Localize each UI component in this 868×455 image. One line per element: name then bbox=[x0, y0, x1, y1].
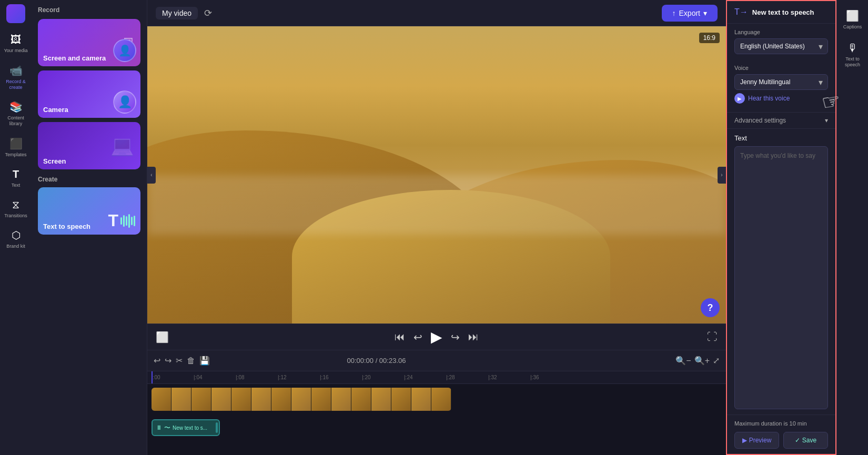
film-frame bbox=[191, 388, 211, 411]
pause-icon: ⏸ bbox=[156, 424, 162, 431]
ruler-mark-12: |:12 bbox=[278, 375, 320, 380]
ruler-mark-32: |:32 bbox=[488, 375, 530, 380]
hear-voice-button[interactable]: ▶ Hear this voice bbox=[734, 90, 790, 107]
film-frame bbox=[431, 388, 451, 411]
tts-panel-title: New text to speech bbox=[752, 8, 814, 16]
undo-button[interactable]: ↩ bbox=[154, 356, 160, 366]
ruler-mark-28: |:28 bbox=[446, 375, 488, 380]
save-tts-label: Save bbox=[802, 437, 816, 444]
sidebar-item-content-library[interactable]: 📚 Content library bbox=[2, 96, 30, 131]
film-frame bbox=[231, 388, 251, 411]
play-button[interactable]: ▶ bbox=[431, 328, 442, 346]
text-section: Text bbox=[727, 129, 835, 414]
screen-icon: 💻 bbox=[110, 135, 134, 157]
voice-select[interactable]: Jenny Multilingual bbox=[734, 74, 828, 90]
resize-handle[interactable] bbox=[216, 422, 218, 433]
redo-button[interactable]: ↪ bbox=[165, 356, 171, 366]
collapse-right-button[interactable]: › bbox=[718, 167, 726, 184]
chevron-down-icon: ▾ bbox=[825, 117, 828, 124]
zoom-controls: 🔍− 🔍+ ⤢ bbox=[675, 356, 720, 366]
playhead[interactable] bbox=[152, 371, 153, 383]
tts-actions: ▶ Preview ✓ Save bbox=[734, 432, 828, 449]
cut-button[interactable]: ✂ bbox=[176, 356, 183, 366]
max-duration-label: Maximum duration is 10 min bbox=[734, 420, 828, 427]
delete-button[interactable]: 🗑 bbox=[187, 356, 195, 366]
transitions-icon: ⧖ bbox=[12, 199, 19, 211]
screen-label: Screen bbox=[43, 157, 66, 165]
advanced-settings-row[interactable]: Advanced settings ▾ bbox=[727, 112, 835, 129]
camera-card[interactable]: 👤 Camera bbox=[38, 70, 140, 118]
record-section-title: Record bbox=[38, 6, 140, 14]
sidebar-item-text[interactable]: T Text bbox=[2, 164, 30, 193]
hear-voice-label: Hear this voice bbox=[748, 95, 790, 102]
voice-section: Voice Jenny Multilingual ▶ Hear this voi… bbox=[727, 59, 835, 112]
tts-header-icon: T→ bbox=[734, 7, 748, 17]
sidebar-item-transitions[interactable]: ⧖ Transitions bbox=[2, 195, 30, 223]
far-right-sidebar: ⬜ Captions 🎙 Text to speech ☞ bbox=[836, 0, 868, 455]
audio-clip-label: New text to s... bbox=[173, 425, 207, 431]
export-chevron: ▾ bbox=[703, 9, 707, 17]
camera-thumb-2: 👤 bbox=[113, 90, 136, 114]
tts-far-icon: 🎙 bbox=[847, 42, 858, 54]
fast-forward-button[interactable]: ↪ bbox=[451, 331, 460, 343]
save-tts-button[interactable]: ✓ Save bbox=[783, 432, 828, 449]
help-button[interactable]: ? bbox=[701, 298, 720, 317]
screen-camera-label: Screen and camera bbox=[43, 54, 106, 62]
ruler-mark-4: |:04 bbox=[194, 375, 236, 380]
video-clip[interactable] bbox=[152, 388, 451, 411]
audio-clip[interactable]: ⏸ 〜 New text to s... bbox=[152, 419, 220, 436]
voice-label: Voice bbox=[734, 65, 828, 71]
language-select[interactable]: English (United States) bbox=[734, 38, 828, 54]
sidebar-label-content-library: Content library bbox=[4, 115, 28, 127]
film-frame bbox=[171, 388, 191, 411]
export-icon: ↑ bbox=[672, 9, 676, 17]
ruler-mark-0: |:00 bbox=[152, 375, 194, 380]
ruler-marks: |:00 |:04 |:08 |:12 |:16 |:20 |:24 |:28 … bbox=[147, 375, 726, 380]
ruler-mark-16: |:16 bbox=[320, 375, 362, 380]
sidebar-item-record-create[interactable]: 📹 Record & create bbox=[2, 60, 30, 95]
text-label: Text bbox=[734, 134, 828, 142]
tts-card[interactable]: T Text to speech bbox=[38, 187, 140, 235]
fullscreen-button[interactable]: ⛶ bbox=[707, 331, 718, 343]
timeline-tracks: ⏸ 〜 New text to s... bbox=[147, 384, 726, 455]
sidebar-label-your-media: Your media bbox=[4, 48, 27, 54]
save-timeline-button[interactable]: 💾 bbox=[199, 356, 210, 366]
ruler-mark-36: |:36 bbox=[530, 375, 572, 380]
zoom-in-button[interactable]: 🔍+ bbox=[694, 356, 710, 366]
tts-textarea[interactable] bbox=[734, 146, 828, 409]
share-button[interactable]: ⟳ bbox=[204, 7, 212, 19]
zoom-out-button[interactable]: 🔍− bbox=[675, 356, 691, 366]
voice-select-wrapper: Jenny Multilingual bbox=[734, 74, 828, 90]
captions-toggle[interactable]: ⬜ bbox=[156, 331, 169, 343]
fit-button[interactable]: ⤢ bbox=[713, 356, 720, 366]
main-area: My video ⟳ ↑ Export ▾ 16:9 ? › ‹ ⬜ ⏮ ↩ ▶… bbox=[147, 0, 726, 455]
templates-icon: ⬛ bbox=[9, 137, 23, 150]
mist bbox=[147, 175, 726, 235]
timeline-ruler: |:00 |:04 |:08 |:12 |:16 |:20 |:24 |:28 … bbox=[147, 371, 726, 384]
rewind-button[interactable]: ↩ bbox=[413, 331, 422, 343]
media-icon: 🖼 bbox=[11, 34, 21, 46]
sidebar-item-your-media[interactable]: 🖼 Your media bbox=[2, 29, 30, 58]
camera-label: Camera bbox=[43, 106, 68, 114]
screen-and-camera-card[interactable]: 🖥 👤 Screen and camera bbox=[38, 19, 140, 66]
skip-forward-button[interactable]: ⏭ bbox=[468, 331, 479, 343]
film-frame bbox=[211, 388, 231, 411]
preview-button[interactable]: ▶ Preview bbox=[734, 432, 779, 449]
screen-card[interactable]: 💻 Screen bbox=[38, 122, 140, 169]
export-label: Export bbox=[679, 9, 700, 17]
project-title[interactable]: My video bbox=[156, 7, 198, 19]
language-select-wrapper: English (United States) bbox=[734, 38, 828, 54]
captions-label: Captions bbox=[843, 24, 862, 29]
skip-back-button[interactable]: ⏮ bbox=[395, 331, 405, 343]
sidebar-item-brand[interactable]: ⬡ Brand kit bbox=[2, 225, 30, 254]
sidebar-item-templates[interactable]: ⬛ Templates bbox=[2, 133, 30, 162]
audio-track-row: ⏸ 〜 New text to s... bbox=[152, 414, 722, 441]
export-button[interactable]: ↑ Export ▾ bbox=[662, 5, 718, 22]
timeline-area: ↩ ↪ ✂ 🗑 💾 00:00:00 / 00:23.06 🔍− 🔍+ ⤢ |:… bbox=[147, 350, 726, 455]
collapse-left-button[interactable]: ‹ bbox=[147, 167, 156, 184]
sidebar-label-text: Text bbox=[12, 183, 21, 188]
far-right-tts[interactable]: 🎙 Text to speech ☞ bbox=[839, 37, 867, 73]
film-frame bbox=[152, 388, 171, 411]
far-right-captions[interactable]: ⬜ Captions bbox=[839, 4, 867, 35]
record-icon: 📹 bbox=[9, 64, 23, 77]
